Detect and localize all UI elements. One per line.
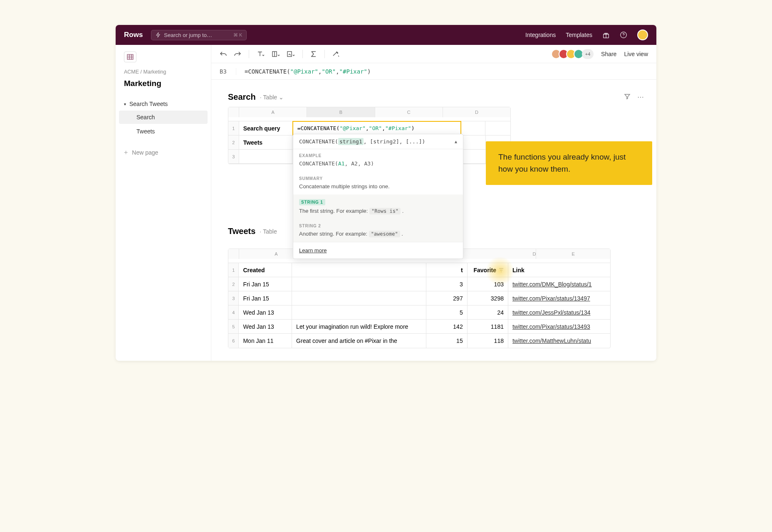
lightning-icon [156,32,161,38]
cell[interactable]: Fri Jan 15 [239,291,292,305]
nav-integrations[interactable]: Integrations [525,32,556,38]
global-search[interactable]: Search or jump to… ⌘ K [151,30,247,40]
collaborator-avatars[interactable]: +4 [551,49,594,59]
cell[interactable]: Great cover and article on #Pixar in the [292,334,426,348]
col-header[interactable]: A [239,107,307,117]
cell[interactable]: Wed Jan 13 [239,305,292,319]
content-area: Search · Table ⌄ ⋯ A B C D [211,80,656,361]
cell[interactable]: 3298 [468,291,508,305]
row-number[interactable]: 2 [228,277,239,291]
row-number[interactable]: 6 [228,334,239,348]
cell[interactable]: 297 [426,291,467,305]
tooltip-learn-more[interactable]: Learn more [293,242,463,259]
more-icon[interactable]: ⋯ [637,93,644,101]
nav-item-search[interactable]: Search [119,111,208,124]
row-number[interactable]: 1 [228,263,239,277]
filter-icon[interactable] [624,93,631,101]
share-button[interactable]: Share [601,51,616,57]
cell-link[interactable]: twitter.com/Pixar/status/13493 [508,320,610,333]
table-row: 6 Mon Jan 11 Great cover and article on … [228,334,610,348]
view-toggle[interactable] [124,52,136,62]
row-number[interactable]: 4 [228,305,239,319]
tooltip-example-text: CONCATENATE(A1, A2, A3) [299,160,457,168]
cell[interactable]: Tweets [239,135,293,149]
section-view-type[interactable]: · Table ⌄ [260,94,284,101]
table-row: 2 Fri Jan 15 3 103 twitter.com/DMK_Blog/… [228,277,610,291]
cell[interactable]: 24 [468,305,508,319]
cell[interactable]: Fri Jan 15 [239,277,292,291]
column-header-created[interactable]: Created [239,263,292,277]
gift-icon[interactable] [602,31,610,39]
column-header-link[interactable]: Link [508,263,610,277]
new-page-button[interactable]: + New page [116,145,211,160]
cell-link[interactable]: twitter.com/MatthewLuhn/statu [508,334,610,348]
sigma-button[interactable] [310,51,317,57]
search-placeholder: Search or jump to… [164,32,212,38]
cell[interactable]: 15 [426,334,467,348]
row-number[interactable]: 3 [228,291,239,305]
cell[interactable] [292,291,426,305]
app-window: Rows Search or jump to… ⌘ K Integrations… [116,25,656,361]
layout-button[interactable] [272,51,280,57]
formula-bar[interactable]: B3 =CONCATENATE("@Pixar","OR","#Pixar") [211,63,656,80]
breadcrumb[interactable]: ACME / Marketing [116,69,211,75]
cell[interactable]: 142 [426,320,467,333]
cell[interactable]: 5 [426,305,467,319]
avatar-overflow[interactable]: +4 [582,49,594,59]
col-header[interactable]: E [536,249,610,259]
text-format-button[interactable] [257,51,265,57]
cell-link[interactable]: twitter.com/Pixar/status/13497 [508,291,610,305]
user-avatar[interactable] [637,30,648,40]
col-header[interactable]: D [462,249,537,259]
undo-button[interactable] [220,51,227,57]
cell[interactable] [485,121,510,135]
filter-icon[interactable] [499,268,504,273]
tooltip-summary-text: Concatenate multiple strings into one. [299,182,457,191]
cell[interactable] [461,150,485,163]
col-header[interactable]: D [443,107,510,117]
help-icon[interactable] [620,31,627,39]
insert-button[interactable] [287,51,295,57]
row-number[interactable]: 5 [228,320,239,333]
cell[interactable]: Mon Jan 11 [239,334,292,348]
column-header-favorite[interactable]: Favorite [468,263,508,277]
cell[interactable]: 1181 [468,320,508,333]
cell[interactable]: 103 [468,277,508,291]
topbar-right: Integrations Templates [525,30,648,40]
column-header-text[interactable] [292,263,426,277]
nav-templates[interactable]: Templates [566,32,592,38]
row-number[interactable]: 1 [228,121,239,135]
cell[interactable]: Search query [239,121,293,135]
col-header[interactable]: B [307,107,375,117]
row-number[interactable]: 3 [228,150,239,163]
nav-group-search-tweets[interactable]: ▾ Search Tweets [116,98,211,110]
active-cell[interactable]: =CONCATENATE("@Pixar","OR","#Pixar") [292,121,461,135]
cell[interactable] [292,277,426,291]
redo-button[interactable] [234,51,241,57]
cell[interactable]: 118 [468,334,508,348]
cell[interactable] [461,135,485,149]
cell[interactable] [461,121,486,135]
cell[interactable]: 3 [426,277,467,291]
caret-down-icon: ▾ [124,102,126,106]
cell[interactable]: Let your imagination run wild! Explore m… [292,320,426,333]
column-header-retweet[interactable]: t [426,263,467,277]
cell[interactable]: Wed Jan 13 [239,320,292,333]
nav-item-tweets[interactable]: Tweets [119,125,208,138]
separator [302,50,303,58]
automate-button[interactable] [332,51,340,57]
cell[interactable] [292,305,426,319]
cell[interactable] [239,150,293,163]
sidebar: ACME / Marketing Marketing ▾ Search Twee… [116,45,211,361]
section-view-type[interactable]: · Table [260,228,277,235]
collapse-icon[interactable]: ▲ [455,139,457,144]
row-number[interactable]: 2 [228,135,239,149]
cell-link[interactable]: twitter.com/JessPxl/status/134 [508,305,610,319]
function-tooltip: CONCATENATE(string1, [string2], [...]) ▲… [293,134,463,259]
col-header[interactable]: C [375,107,443,117]
cell-link[interactable]: twitter.com/DMK_Blog/status/1 [508,277,610,291]
tooltip-param-desc: The first string. For example: "Rows is"… [299,207,457,215]
live-view-button[interactable]: Live view [624,51,648,57]
page-title: Marketing [116,79,211,88]
formula-text: =CONCATENATE("@Pixar","OR","#Pixar") [245,68,371,75]
